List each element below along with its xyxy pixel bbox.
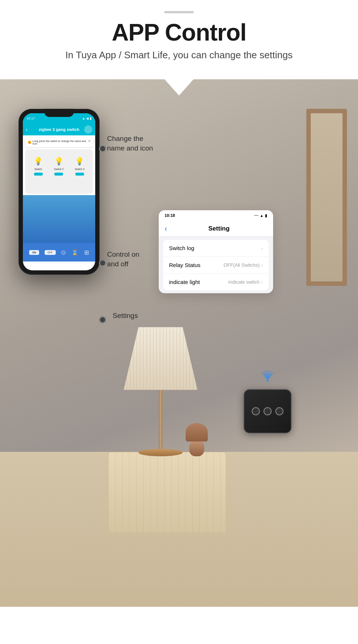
annotation-settings: Settings: [113, 312, 138, 320]
switch-item-2: 💡 Switch 2: [54, 157, 63, 190]
phone-time: 10:17: [27, 117, 35, 120]
bulb-icon-1: 💡: [34, 157, 43, 166]
chevron-right-icon-1: ›: [261, 245, 263, 251]
vase: [186, 423, 208, 456]
phone-bottom-bar: ON OFF ⊙ ⌛ ⊞: [23, 243, 95, 262]
smart-switch-device: [244, 370, 292, 433]
switch3-toggle[interactable]: [75, 173, 84, 176]
lamp-shade: [124, 327, 197, 390]
phone-notch: [44, 109, 74, 117]
header-notch: [164, 11, 194, 13]
nightstand: [108, 452, 226, 533]
lamp-stem: [159, 390, 162, 449]
bulb-icon-3: 💡: [75, 157, 84, 166]
toast-text: Long press the switch to change the name…: [32, 140, 90, 145]
page-subtitle: In Tuya App / Smart Life, you can change…: [15, 49, 343, 61]
relay-status-row[interactable]: Relay Status OFF(All Switchs) ›: [163, 257, 269, 274]
settings-back-button[interactable]: ‹: [165, 224, 167, 233]
room-section: 10:17 ▲ ◀ ▮ ‹ zigbee 3 gang switch Long …: [0, 79, 358, 607]
chevron-right-icon-3: ›: [261, 279, 263, 285]
on-button[interactable]: ON: [29, 250, 39, 255]
settings-rows: Switch log › Relay Status OFF(All Switch…: [163, 240, 269, 290]
switch-dot-3: [275, 407, 283, 415]
indicate-light-text: indicate switch: [228, 279, 260, 285]
switch2-label: Switch 2: [54, 168, 63, 170]
vase-bottom: [189, 442, 204, 456]
settings-status-icons: ···· ▲ ▮: [254, 214, 267, 218]
off-button[interactable]: OFF: [45, 250, 56, 255]
phone-nav-title: zigbee 3 gang switch: [39, 127, 79, 132]
page-title: APP Control: [15, 21, 343, 44]
switch-dot-2: [264, 407, 272, 415]
relay-status-label: Relay Status: [169, 262, 200, 268]
indicate-light-row[interactable]: indicate light indicate switch ›: [163, 274, 269, 290]
annotation-change-name-text: Change thename and icon: [107, 134, 153, 153]
timer-icon[interactable]: ⊙: [61, 249, 66, 256]
phone-nav-bar: ‹ zigbee 3 gang switch: [23, 124, 95, 135]
phone-main-area: [23, 195, 95, 243]
annotation-change-name: Change thename and icon: [107, 134, 153, 153]
annotation-control: Control onand off: [107, 250, 140, 269]
lamp-shade-inner: [124, 327, 197, 390]
switch-item-1: 💡 Switch: [34, 157, 43, 190]
switches-area: 💡 Switch 💡 Switch 2 💡 Switch 3: [25, 149, 93, 194]
switch-item-3: 💡 Switch 3: [75, 157, 85, 190]
svg-point-0: [266, 380, 269, 382]
annotation-settings-text: Settings: [113, 312, 138, 320]
switch-log-row[interactable]: Switch log ›: [163, 240, 269, 257]
indicate-light-value: indicate switch ›: [228, 279, 263, 285]
chevron-right-icon-2: ›: [261, 262, 263, 268]
indicate-light-label: indicate light: [169, 279, 200, 285]
battery-icon: ▮: [265, 214, 267, 218]
toast-close[interactable]: ✕: [88, 139, 91, 143]
phone-mockup: 10:17 ▲ ◀ ▮ ‹ zigbee 3 gang switch Long …: [18, 109, 100, 275]
phone-toast: Long press the switch to change the name…: [25, 138, 93, 147]
wifi-icon: [244, 370, 292, 386]
relay-status-text: OFF(All Switchs): [224, 262, 260, 268]
relay-status-value: OFF(All Switchs) ›: [224, 262, 263, 268]
dot-marker-1: [99, 145, 106, 152]
page-wrapper: APP Control In Tuya App / Smart Life, yo…: [0, 0, 358, 644]
switch-dot-1: [252, 407, 260, 415]
settings-panel: 10:18 ···· ▲ ▮ ‹ Setting Switch log ›: [159, 210, 273, 293]
phone-screen: 10:17 ▲ ◀ ▮ ‹ zigbee 3 gang switch Long …: [23, 113, 95, 270]
settings-title: Setting: [171, 225, 267, 232]
nightstand-texture: [109, 452, 226, 533]
bubble-pointer: [164, 79, 194, 96]
header-section: APP Control In Tuya App / Smart Life, yo…: [0, 0, 358, 79]
switch1-toggle[interactable]: [34, 173, 43, 176]
switch3-label: Switch 3: [75, 168, 85, 170]
annotation-control-text: Control onand off: [107, 250, 140, 269]
schedule-icon[interactable]: ⌛: [71, 249, 79, 256]
switch-log-value: ›: [261, 245, 263, 251]
settings-status-bar: 10:18 ···· ▲ ▮: [159, 210, 273, 221]
switch-log-label: Switch log: [169, 245, 194, 251]
settings-header: ‹ Setting: [159, 221, 273, 237]
switch-body: [244, 389, 292, 433]
toast-dot: [28, 141, 31, 144]
picture-frame: [306, 109, 347, 286]
more-icon[interactable]: ⊞: [84, 249, 89, 256]
dot-marker-3: [99, 316, 106, 323]
lamp-base: [138, 449, 183, 456]
switch1-label: Switch: [34, 168, 42, 170]
switch2-toggle[interactable]: [54, 173, 63, 176]
phone-settings-icon[interactable]: [84, 125, 92, 134]
dots-icon: ····: [254, 214, 258, 218]
phone-back-button[interactable]: ‹: [26, 127, 28, 132]
settings-time: 10:18: [165, 213, 175, 218]
dot-marker-2: [99, 259, 106, 267]
bulb-icon-2: 💡: [54, 157, 63, 166]
vase-top: [186, 423, 208, 442]
wifi-status-icon: ▲: [260, 214, 264, 218]
phone-status-icons: ▲ ◀ ▮: [82, 117, 92, 120]
